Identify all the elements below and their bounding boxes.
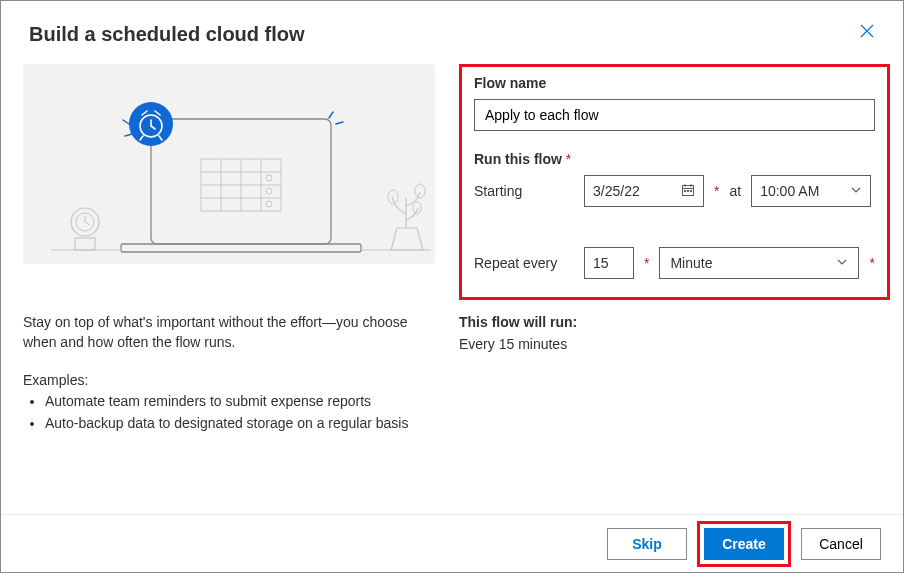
svg-point-17 xyxy=(388,190,398,204)
chevron-down-icon xyxy=(850,183,862,199)
chevron-down-icon xyxy=(836,255,848,271)
list-item: Automate team reminders to submit expens… xyxy=(45,390,435,412)
svg-point-11 xyxy=(266,201,272,207)
svg-point-9 xyxy=(266,175,272,181)
description-text: Stay on top of what's important without … xyxy=(23,312,435,352)
cancel-button[interactable]: Cancel xyxy=(801,528,881,560)
required-mark: * xyxy=(644,255,649,271)
create-button[interactable]: Create xyxy=(704,528,784,560)
repeat-count-input[interactable]: 15 xyxy=(584,247,634,279)
dialog-title: Build a scheduled cloud flow xyxy=(29,23,305,46)
repeat-every-label: Repeat every xyxy=(474,255,574,271)
svg-rect-16 xyxy=(75,238,95,250)
examples-list: Automate team reminders to submit expens… xyxy=(23,390,435,434)
starting-time-select[interactable]: 10:00 AM xyxy=(751,175,871,207)
repeat-unit-select[interactable]: Minute xyxy=(659,247,859,279)
examples-heading: Examples: xyxy=(23,372,435,388)
form-highlight-area: Flow name Run this flow * Starting 3/25/… xyxy=(459,64,890,300)
svg-rect-26 xyxy=(684,190,686,192)
svg-rect-1 xyxy=(121,244,361,252)
svg-rect-28 xyxy=(690,190,692,192)
svg-point-10 xyxy=(266,188,272,194)
flow-name-label: Flow name xyxy=(474,75,875,91)
starting-date-input[interactable]: 3/25/22 xyxy=(584,175,704,207)
create-button-highlight: Create xyxy=(697,521,791,567)
close-icon[interactable] xyxy=(859,23,875,43)
at-label: at xyxy=(729,183,741,199)
summary-text: Every 15 minutes xyxy=(459,336,890,352)
skip-button[interactable]: Skip xyxy=(607,528,687,560)
list-item: Auto-backup data to designated storage o… xyxy=(45,412,435,434)
scheduled-flow-illustration xyxy=(23,64,435,264)
run-this-flow-label: Run this flow * xyxy=(474,151,875,167)
svg-point-19 xyxy=(413,202,421,214)
calendar-icon xyxy=(681,183,695,200)
required-mark: * xyxy=(869,255,874,271)
summary-label: This flow will run: xyxy=(459,314,890,330)
required-mark: * xyxy=(714,183,719,199)
flow-name-input[interactable] xyxy=(474,99,875,131)
starting-label: Starting xyxy=(474,183,574,199)
svg-rect-27 xyxy=(687,190,689,192)
svg-point-18 xyxy=(415,184,425,198)
